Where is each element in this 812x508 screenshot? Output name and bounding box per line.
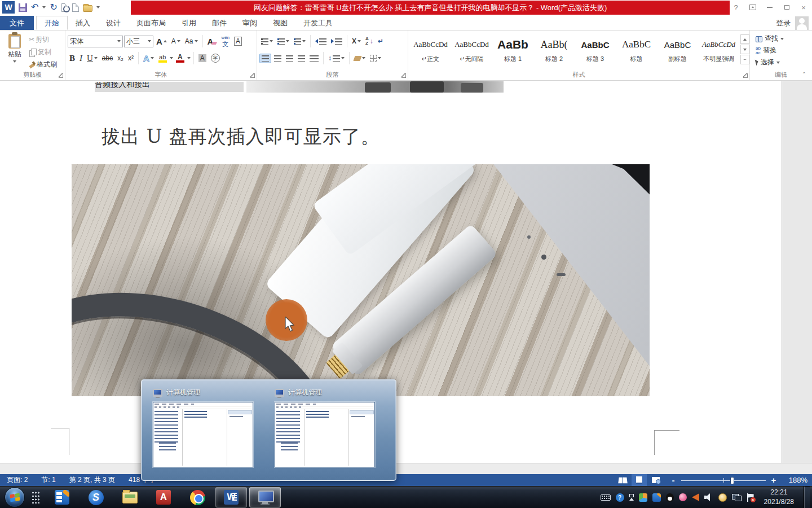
phonetic-guide-button[interactable]: wén文 [219, 34, 231, 49]
tab-home[interactable]: 开始 [36, 16, 68, 30]
collapse-ribbon-button[interactable]: ˆ [803, 72, 805, 80]
align-center-button[interactable] [272, 54, 283, 63]
show-marks-button[interactable]: ↵ [376, 36, 385, 46]
new-document-icon[interactable] [72, 3, 79, 12]
asian-layout-button[interactable]: X [350, 36, 363, 46]
style-normal[interactable]: AaBbCcDd↵正文 [411, 34, 451, 65]
style-scroll-up[interactable] [740, 34, 749, 44]
bullets-button[interactable] [259, 37, 275, 46]
increase-indent-button[interactable] [329, 37, 344, 46]
ribbon-display-options-button[interactable] [744, 0, 761, 15]
tray-pink-app-icon[interactable] [679, 493, 687, 501]
tab-page-layout[interactable]: 页面布局 [129, 16, 174, 30]
italic-button[interactable]: I [78, 52, 84, 64]
grow-font-button[interactable]: A [155, 36, 169, 47]
font-color-button[interactable]: A [174, 52, 186, 64]
undo-icon[interactable]: ↶ [31, 3, 38, 12]
help-tray-icon[interactable]: ? [616, 493, 624, 502]
borders-button[interactable] [368, 54, 383, 63]
tab-review[interactable]: 审阅 [235, 16, 265, 30]
print-preview-icon[interactable] [61, 3, 68, 12]
style-heading2[interactable]: AaBb(标题 2 [534, 34, 574, 65]
distribute-button[interactable] [308, 54, 320, 63]
style-heading3[interactable]: AaBbC标题 3 [575, 34, 615, 65]
volume-icon[interactable] [704, 493, 713, 501]
strikethrough-button[interactable]: abc [100, 53, 114, 63]
tab-file[interactable]: 文件 [0, 16, 34, 30]
taskbar-explorer-button[interactable] [114, 487, 145, 507]
style-title[interactable]: AaBbC标题 [616, 34, 656, 65]
style-subtle-emphasis[interactable]: AaBbCcDd不明显强调 [699, 34, 739, 65]
taskbar-chrome-button[interactable] [182, 487, 213, 507]
read-mode-button[interactable] [615, 474, 630, 486]
text-highlight-button[interactable]: ab [157, 53, 169, 64]
tab-mailings[interactable]: 邮件 [204, 16, 235, 30]
taskbar-computer-management-button[interactable] [249, 487, 281, 507]
action-center-flag-icon[interactable]: × [747, 493, 754, 502]
tab-view[interactable]: 视图 [265, 16, 295, 30]
document-area[interactable]: 音频接入和接出 拔出 U 盘再次插入即可显示了。 [0, 81, 812, 474]
superscript-button[interactable]: x² [126, 53, 135, 63]
taskbar-grid-handle-icon[interactable] [32, 491, 41, 503]
tab-design[interactable]: 设计 [98, 16, 129, 30]
subscript-button[interactable]: x₂ [116, 53, 125, 63]
enclose-characters-button[interactable]: 字 [209, 52, 222, 64]
tab-references[interactable]: 引用 [174, 16, 204, 30]
styles-dialog-launcher[interactable] [743, 73, 748, 78]
multilevel-list-button[interactable] [292, 37, 307, 46]
character-shading-button[interactable]: A [197, 53, 208, 63]
tray-video-app-icon[interactable] [652, 493, 661, 502]
restore-button[interactable] [778, 0, 795, 15]
taskbar-clock[interactable]: 22:21 2021/8/28 [760, 488, 798, 507]
thumbnail-screenshot[interactable] [153, 402, 253, 467]
align-left-button[interactable] [259, 54, 271, 63]
clear-formatting-button[interactable]: A [206, 36, 219, 47]
shading-button[interactable] [352, 55, 367, 62]
replace-button[interactable]: abac替换 [756, 45, 810, 56]
font-family-combo[interactable]: 宋体 [68, 36, 123, 47]
bold-button[interactable]: B [68, 52, 77, 64]
cut-button[interactable]: ✂剪切 [27, 34, 59, 45]
align-right-button[interactable] [284, 54, 295, 63]
underline-button[interactable]: U [85, 52, 99, 64]
tray-colorful-app-icon[interactable] [639, 493, 647, 502]
taskbar-sogou-browser-button[interactable]: S [80, 487, 112, 507]
style-scroll-down[interactable] [740, 45, 749, 54]
select-button[interactable]: 选择 [756, 56, 810, 68]
undo-dropdown-icon[interactable] [42, 6, 46, 8]
minimize-button[interactable] [761, 0, 778, 15]
highlight-caret[interactable] [170, 57, 173, 59]
input-method-keyboard-icon[interactable] [601, 494, 611, 501]
zoom-slider-thumb[interactable] [730, 477, 734, 484]
qq-icon[interactable] [666, 493, 674, 502]
network-icon[interactable] [732, 494, 742, 501]
sort-button[interactable]: AZ↓ [364, 36, 375, 47]
redo-icon[interactable]: ↻ [50, 3, 57, 12]
tray-face-app-icon[interactable] [718, 493, 727, 502]
format-painter-button[interactable]: 格式刷 [27, 59, 59, 69]
decrease-indent-button[interactable] [314, 37, 328, 46]
paragraph-dialog-launcher[interactable] [401, 73, 406, 78]
zoom-percentage[interactable]: 188% [782, 476, 807, 484]
tray-orange-horn-icon[interactable] [692, 493, 699, 501]
print-layout-button[interactable] [632, 474, 647, 486]
taskbar-word-button[interactable]: W [215, 487, 247, 507]
document-heading-text[interactable]: 拔出 U 盘再次插入即可显示了。 [102, 124, 380, 150]
zoom-slider[interactable] [681, 476, 766, 484]
word-app-icon[interactable]: W [2, 1, 15, 14]
character-border-button[interactable]: A [232, 36, 244, 47]
paste-dropdown-icon[interactable] [13, 60, 16, 63]
zoom-in-button[interactable]: + [770, 475, 777, 485]
zoom-out-button[interactable]: - [670, 475, 677, 485]
close-button[interactable]: × [795, 0, 812, 15]
style-no-spacing[interactable]: AaBbCcDd↵无间隔 [452, 34, 492, 65]
style-gallery-more[interactable] [740, 55, 749, 64]
show-desktop-button[interactable] [804, 487, 810, 508]
thumbnail-window-1[interactable]: 计算机管理 [153, 388, 268, 467]
style-heading1[interactable]: AaBb标题 1 [493, 34, 533, 65]
status-page-of-total[interactable]: 第 2 页, 共 3 页 [63, 475, 122, 485]
open-file-icon[interactable] [83, 5, 92, 12]
usb-drive-photo[interactable] [72, 164, 650, 396]
font-size-combo[interactable]: 小三 [124, 36, 153, 47]
clipboard-dialog-launcher[interactable] [59, 73, 63, 78]
